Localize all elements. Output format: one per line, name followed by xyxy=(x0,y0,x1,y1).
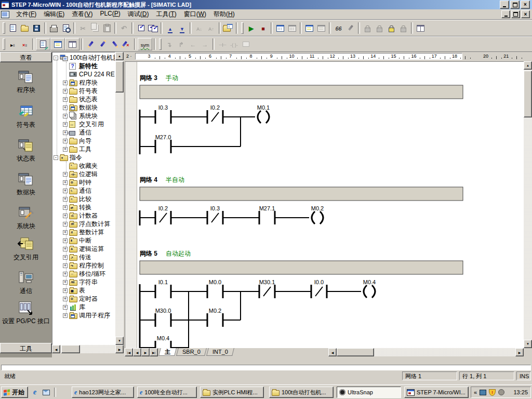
menu-tools[interactable]: 工具(T) xyxy=(152,9,180,20)
task-hao123[interactable]: ehao123网址之家... xyxy=(72,387,134,398)
tree-libraries[interactable]: +库 xyxy=(52,303,115,311)
tree-expander-icon[interactable]: + xyxy=(63,197,68,202)
scrollbar-thumb[interactable] xyxy=(115,61,124,92)
insert-up-line-button[interactable] xyxy=(97,38,109,50)
sort-descending-button[interactable]: A↑ xyxy=(205,22,217,34)
start-button[interactable]: 开始 xyxy=(1,387,28,398)
network-number[interactable]: 网络 5 xyxy=(140,250,157,257)
contact-M0.0[interactable]: M0.0 xyxy=(207,279,223,298)
tree-expander-icon[interactable]: + xyxy=(63,172,68,177)
scrollbar-thumb[interactable] xyxy=(61,345,80,353)
viewbar-symbol-table[interactable]: 符号表 xyxy=(0,104,52,128)
security-shield-icon[interactable]: ! xyxy=(489,389,496,396)
paste-button[interactable] xyxy=(101,22,113,34)
network-number[interactable]: 网络 4 xyxy=(140,176,157,183)
restore-button[interactable] xyxy=(510,1,520,9)
insert-left-line-button[interactable] xyxy=(109,38,121,50)
tree-expander-icon[interactable]: + xyxy=(63,81,68,85)
tree-shift-rotate[interactable]: +↔移位/循环 xyxy=(52,270,115,278)
menu-plc[interactable]: PLC(P) xyxy=(96,9,124,20)
tree-expander-icon[interactable]: + xyxy=(63,147,68,152)
pause-chart-status-button[interactable] xyxy=(315,22,327,34)
download-button[interactable]: ▼ xyxy=(176,22,188,34)
minimize-button[interactable] xyxy=(500,1,509,9)
tree-expander-icon[interactable]: - xyxy=(54,155,58,160)
tree-expander-icon[interactable]: + xyxy=(63,263,68,268)
tray-expand-icon[interactable]: « xyxy=(474,389,477,395)
print-preview-button[interactable] xyxy=(60,22,72,34)
contact-I0.3[interactable]: I0.3 xyxy=(155,104,171,124)
contact-I0.2[interactable]: I0.2 xyxy=(155,205,171,224)
tree-expander-icon[interactable]: + xyxy=(63,139,68,143)
tree-expander-icon[interactable]: + xyxy=(63,180,68,185)
tree-communications[interactable]: +通信 xyxy=(52,128,115,137)
scroll-left-button[interactable]: ◀ xyxy=(328,348,337,356)
quick-launch-ie[interactable]: e xyxy=(30,388,39,396)
insert-contact-button[interactable]: ⊣⊢ xyxy=(216,38,228,50)
view-header-button[interactable]: 查看 xyxy=(0,52,52,62)
contact-M30.0[interactable]: M30.0 xyxy=(155,308,171,327)
tree-expander-icon[interactable]: + xyxy=(63,214,68,218)
tree-expander-icon[interactable]: + xyxy=(63,230,68,235)
network-title[interactable]: 自动起动 xyxy=(166,250,191,257)
tree-expander-icon[interactable]: + xyxy=(63,189,68,193)
menu-debug[interactable]: 调试(D) xyxy=(124,9,153,20)
document-minimize-button[interactable] xyxy=(501,10,510,18)
tree-symbol-table[interactable]: +符号表 xyxy=(52,87,115,95)
tree-string[interactable]: +AB字符串 xyxy=(52,278,115,286)
tree-expander-icon[interactable]: + xyxy=(63,247,68,251)
tree-expander-icon[interactable]: + xyxy=(63,255,68,260)
document-restore-button[interactable] xyxy=(511,10,520,18)
task-step7[interactable]: STEP 7-Micro/WI... xyxy=(404,387,469,398)
tree-expander-icon[interactable]: + xyxy=(63,205,68,210)
scroll-right-button[interactable]: ▶ xyxy=(115,345,124,353)
app-icon[interactable] xyxy=(1,1,9,8)
tree-instructions[interactable]: -▾指令 xyxy=(52,153,115,162)
menu-help[interactable]: 帮助(H) xyxy=(210,9,238,20)
tree-expander-icon[interactable]: + xyxy=(63,238,68,243)
tree-expander-icon[interactable]: + xyxy=(63,114,68,118)
options-button[interactable] xyxy=(222,22,234,34)
tree-integer-math[interactable]: +±I整数计算 xyxy=(52,228,115,236)
volume-icon[interactable] xyxy=(498,389,504,395)
read-all-button[interactable]: 66 xyxy=(332,22,344,34)
next-bookmark-button[interactable]: ▸‖ xyxy=(7,38,19,50)
network-comment[interactable] xyxy=(140,85,463,99)
ladder-vertical-scrollbar[interactable]: ▲▼ xyxy=(524,61,532,348)
tree-call-subroutines[interactable]: +调用子程序 xyxy=(52,311,115,320)
network-title[interactable]: 手动 xyxy=(166,74,178,82)
scroll-up-button[interactable]: ▲ xyxy=(524,61,532,70)
viewbar-status-chart[interactable]: 状态表 xyxy=(0,138,52,162)
pause-program-status-button[interactable] xyxy=(286,22,298,34)
network-comment[interactable] xyxy=(140,261,463,274)
tree-expander-icon[interactable]: + xyxy=(63,122,68,127)
tree-float-math[interactable]: +±R浮点数计算 xyxy=(52,220,115,228)
scrollbar-thumb[interactable] xyxy=(524,71,532,117)
run-button[interactable]: ▶ xyxy=(245,22,257,34)
insert-down-line-button[interactable] xyxy=(85,38,97,50)
contact-I0.0[interactable]: I0.0 xyxy=(311,279,327,298)
tree-expander-icon[interactable]: + xyxy=(63,97,68,102)
task-plc-hmi-folder[interactable]: 实例PLC HMI程... xyxy=(200,387,264,398)
insert-box-button[interactable] xyxy=(240,38,252,50)
write-all-button[interactable] xyxy=(344,22,356,34)
chart-status-button[interactable] xyxy=(303,22,315,34)
coil-M0.4[interactable]: M0.4 xyxy=(363,279,376,298)
viewbar-cross-reference[interactable]: 交叉引用 xyxy=(0,236,52,261)
tree-comm-instructions[interactable]: +ϟ通信 xyxy=(52,187,115,195)
tree-cross-reference[interactable]: +交叉引用 xyxy=(52,120,115,128)
tree-expander-icon[interactable]: + xyxy=(63,105,68,110)
scroll-up-button[interactable]: ▲ xyxy=(115,52,124,60)
sort-ascending-button[interactable]: A↓ xyxy=(193,22,205,34)
contact-I0.3[interactable]: I0.3 xyxy=(207,205,223,224)
tree-new-features[interactable]: ?新特性 xyxy=(52,62,115,70)
tree-bit-logic[interactable]: +⊣⊢位逻辑 xyxy=(52,170,115,178)
open-project-button[interactable] xyxy=(19,22,31,34)
contact-M0.2[interactable]: M0.2 xyxy=(207,308,223,327)
tree-status-chart[interactable]: +状态表 xyxy=(52,95,115,103)
tools-footer-button[interactable]: 工具 xyxy=(0,343,52,353)
unforce-all-button[interactable] xyxy=(397,22,409,34)
tree-system-block[interactable]: +系统块 xyxy=(52,112,115,120)
display-icon[interactable] xyxy=(480,390,486,395)
close-button[interactable]: × xyxy=(521,1,530,9)
